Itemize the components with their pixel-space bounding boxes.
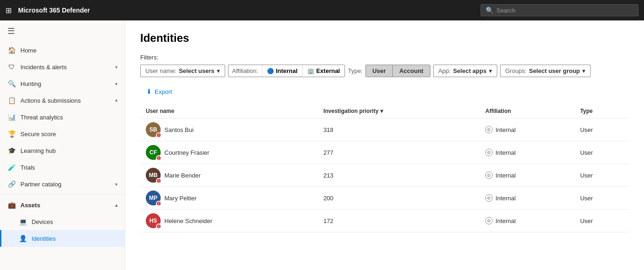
alert-badge: ! [156,132,162,138]
chevron-up-icon: ▴ [115,203,117,208]
main-content: Identities Filters: User name: Select us… [125,20,644,270]
affiliation-cell: ⊙ Internal [480,164,574,187]
chevron-down-icon: ▾ [115,98,117,103]
devices-icon: 💻 [19,217,27,226]
sidebar-item-threat[interactable]: 📊 Threat analytics [0,109,125,125]
type-filter-group: User Account [365,65,430,77]
col-type: Type [574,104,629,119]
type-user-btn[interactable]: User [366,65,393,77]
sidebar-item-devices[interactable]: 💻 Devices [0,213,125,230]
sidebar-item-hunting[interactable]: 🔍 Hunting ▾ [0,75,125,92]
groups-filter[interactable]: Groups: Select user group ▾ [500,65,591,77]
learning-icon: 🎓 [7,146,16,155]
affiliation-icon: ⊙ [485,149,493,156]
actions-icon: 📋 [7,96,16,105]
threat-icon: 📊 [7,113,16,121]
affiliation-value: Internal [495,126,515,133]
app-filter-value: Select apps [453,67,487,74]
priority-cell: 172 [318,210,480,232]
type-cell: User [574,164,629,187]
sort-icon: ▾ [380,108,383,114]
affiliation-cell: ⊙ Internal [480,119,574,141]
search-box[interactable]: 🔍 [481,4,638,16]
avatar: SB ! [146,122,161,137]
affiliation-value: Internal [495,172,515,179]
priority-cell: 318 [318,119,480,141]
alert-badge: ! [156,224,162,229]
app-layout: ☰ 🏠 Home 🛡 Incidents & alerts ▾ 🔍 Huntin… [0,20,644,270]
groups-filter-value: Select user group [529,67,580,74]
type-account-btn[interactable]: Account [393,65,430,77]
sidebar-item-incidents[interactable]: 🛡 Incidents & alerts ▾ [0,59,125,75]
export-button[interactable]: ⬇ Export [140,85,178,99]
external-filter-btn[interactable]: 🏢 External [303,65,345,77]
col-priority[interactable]: Investigation priority ▾ [318,104,480,119]
sidebar-toggle[interactable]: ☰ [0,20,125,42]
affiliation-filter-group: Affiliation: 🔵 Internal 🏢 External [228,65,345,77]
chevron-down-icon: ▾ [115,65,117,70]
table-row[interactable]: SB ! Santos Bui 318 ⊙ Internal User [140,119,629,141]
sidebar-section-assets[interactable]: 💼 Assets ▴ [0,197,125,213]
filters-bar: User name: Select users ▾ Affiliation: 🔵… [140,65,629,77]
app-filter-label: App: [438,67,451,74]
app-title: Microsoft 365 Defender [18,7,476,14]
internal-icon: 🔵 [267,68,274,74]
chevron-down-icon: ▾ [217,67,220,74]
alert-badge: ! [156,201,162,206]
user-cell: MP ! Mary Peltier [140,187,318,210]
sidebar-item-learning[interactable]: 🎓 Learning hub [0,142,125,159]
shield-icon: 🛡 [7,63,16,71]
type-cell: User [574,141,629,164]
avatar: MP ! [146,191,161,205]
sidebar-item-partner[interactable]: 🔗 Partner catalog ▾ [0,176,125,192]
affiliation-icon: ⊙ [485,194,493,202]
priority-cell: 213 [318,164,480,187]
avatar: HS ! [146,213,161,228]
identity-icon: 👤 [19,234,27,243]
grid-icon[interactable]: ⊞ [6,6,12,15]
table-row[interactable]: CF ! Courtney Frasier 277 ⊙ Internal Use… [140,141,629,164]
username-filter[interactable]: User name: Select users ▾ [140,65,225,77]
user-name: Marie Bender [164,172,201,179]
page-title: Identities [140,32,629,45]
score-icon: 🏆 [7,130,16,138]
sidebar-item-home[interactable]: 🏠 Home [0,42,125,59]
user-name: Helene Schneider [164,217,212,224]
external-label: External [316,67,340,74]
type-cell: User [574,210,629,232]
table-row[interactable]: MB ! Marie Bender 213 ⊙ Internal User [140,164,629,187]
table-row[interactable]: MP ! Mary Peltier 200 ⊙ Internal User [140,187,629,210]
groups-filter-label: Groups: [505,67,527,74]
type-cell: User [574,119,629,141]
priority-cell: 200 [318,187,480,210]
internal-label: Internal [276,67,298,74]
affiliation-cell: ⊙ Internal [480,210,574,232]
sidebar-item-trials[interactable]: 🧪 Trials [0,159,125,176]
user-name: Mary Peltier [164,195,196,202]
topbar: ⊞ Microsoft 365 Defender 🔍 [0,0,644,20]
alert-badge: ! [156,178,162,184]
internal-filter-btn[interactable]: 🔵 Internal [262,65,303,77]
app-filter[interactable]: App: Select apps ▾ [433,65,497,77]
chevron-down-icon: ▾ [582,67,585,74]
chevron-down-icon: ▾ [115,81,117,86]
sidebar-item-score[interactable]: 🏆 Secure score [0,125,125,142]
table-row[interactable]: HS ! Helene Schneider 172 ⊙ Internal Use… [140,210,629,232]
col-affiliation: Affiliation [480,104,574,119]
sidebar-item-identities[interactable]: 👤 Identities [0,230,125,247]
sidebar-item-actions[interactable]: 📋 Actions & submissions ▾ [0,92,125,109]
hunting-icon: 🔍 [7,79,16,88]
affiliation-icon: ⊙ [485,171,493,179]
priority-cell: 277 [318,141,480,164]
type-cell: User [574,187,629,210]
trials-icon: 🧪 [7,163,16,171]
user-cell: CF ! Courtney Frasier [140,141,318,164]
user-cell: MB ! Marie Bender [140,164,318,187]
search-input[interactable] [496,7,633,14]
external-icon: 🏢 [307,68,314,74]
affiliation-value: Internal [495,195,515,202]
assets-icon: 💼 [7,201,16,209]
type-filter-label: Type: [348,67,363,74]
filters-label: Filters: [140,54,629,61]
export-label: Export [155,88,172,95]
